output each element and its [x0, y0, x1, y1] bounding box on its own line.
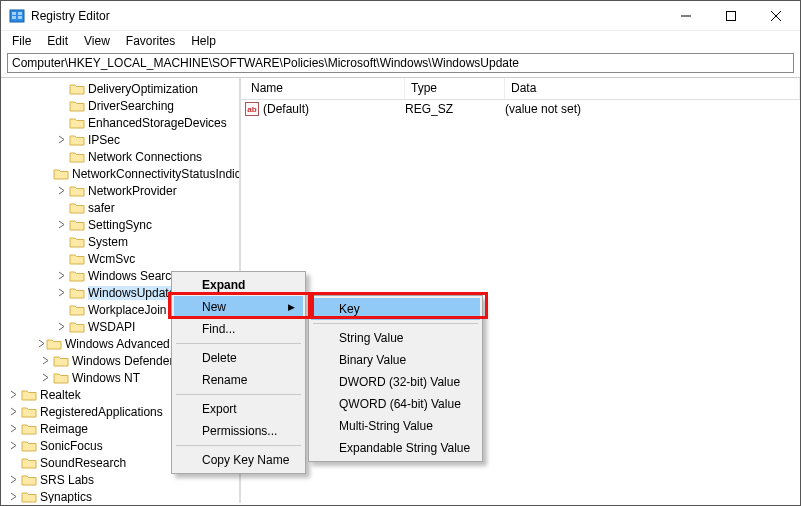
context-item[interactable]: Permissions...	[174, 420, 303, 442]
svg-rect-3	[18, 12, 22, 15]
tree-label: SRS Labs	[40, 473, 94, 487]
context-item[interactable]: Find...	[174, 318, 303, 340]
tree-node[interactable]: System	[1, 233, 239, 250]
tree-label: DeliveryOptimization	[88, 82, 198, 96]
address-text: Computer\HKEY_LOCAL_MACHINE\SOFTWARE\Pol…	[12, 56, 519, 70]
menubar: File Edit View Favorites Help	[1, 31, 800, 51]
folder-icon	[69, 235, 85, 249]
context-item[interactable]: New▶	[174, 296, 303, 318]
menu-edit[interactable]: Edit	[40, 33, 75, 49]
chevron-icon[interactable]	[53, 186, 69, 195]
menu-favorites[interactable]: Favorites	[119, 33, 182, 49]
chevron-icon[interactable]	[53, 220, 69, 229]
menu-separator	[176, 343, 301, 344]
context-item-label: Expandable String Value	[339, 441, 470, 455]
tree-label: WorkplaceJoin	[88, 303, 166, 317]
tree-label: Reimage	[40, 422, 88, 436]
menu-view[interactable]: View	[77, 33, 117, 49]
context-item[interactable]: DWORD (32-bit) Value	[311, 371, 480, 393]
context-item[interactable]: Export	[174, 398, 303, 420]
value-type: REG_SZ	[405, 102, 505, 116]
svg-rect-2	[12, 16, 16, 19]
tree-node[interactable]: WcmSvc	[1, 250, 239, 267]
tree-node[interactable]: DriverSearching	[1, 97, 239, 114]
string-value-icon: ab	[245, 102, 259, 116]
tree-label: IPSec	[88, 133, 120, 147]
menu-file[interactable]: File	[5, 33, 38, 49]
window-title: Registry Editor	[31, 9, 110, 23]
folder-icon	[69, 320, 85, 334]
context-menu: ExpandNew▶Find...DeleteRenameExportPermi…	[171, 271, 306, 474]
tree-node[interactable]: Synaptics	[1, 488, 239, 503]
chevron-icon[interactable]	[53, 271, 69, 280]
folder-icon	[69, 286, 85, 300]
folder-icon	[53, 167, 69, 181]
menu-help[interactable]: Help	[184, 33, 223, 49]
chevron-icon[interactable]	[53, 322, 69, 331]
chevron-icon[interactable]	[5, 390, 21, 399]
context-item[interactable]: Copy Key Name	[174, 449, 303, 471]
tree-label: WSDAPI	[88, 320, 135, 334]
tree-node[interactable]: safer	[1, 199, 239, 216]
tree-label: DriverSearching	[88, 99, 174, 113]
context-submenu: KeyString ValueBinary ValueDWORD (32-bit…	[308, 295, 483, 462]
folder-icon	[69, 150, 85, 164]
list-header: Name Type Data	[241, 78, 800, 100]
tree-node[interactable]: NetworkConnectivityStatusIndicator	[1, 165, 239, 182]
context-item[interactable]: QWORD (64-bit) Value	[311, 393, 480, 415]
chevron-icon[interactable]	[37, 373, 53, 382]
minimize-button[interactable]	[663, 2, 708, 30]
chevron-icon[interactable]	[37, 339, 46, 348]
chevron-icon[interactable]	[5, 441, 21, 450]
chevron-icon[interactable]	[5, 492, 21, 501]
tree-label: safer	[88, 201, 115, 215]
context-item[interactable]: Delete	[174, 347, 303, 369]
col-header-data[interactable]: Data	[505, 78, 800, 99]
maximize-button[interactable]	[708, 2, 753, 30]
context-item-label: Rename	[202, 373, 247, 387]
chevron-icon[interactable]	[53, 135, 69, 144]
chevron-icon[interactable]	[5, 475, 21, 484]
chevron-icon[interactable]	[53, 288, 69, 297]
folder-icon	[69, 269, 85, 283]
tree-node[interactable]: Network Connections	[1, 148, 239, 165]
menu-separator	[176, 394, 301, 395]
list-row[interactable]: ab(Default) REG_SZ (value not set)	[241, 100, 800, 118]
folder-icon	[21, 422, 37, 436]
tree-label: System	[88, 235, 128, 249]
folder-icon	[69, 116, 85, 130]
context-item[interactable]: Expand	[174, 274, 303, 296]
menu-separator	[176, 445, 301, 446]
chevron-icon[interactable]	[5, 424, 21, 433]
tree-label: Network Connections	[88, 150, 202, 164]
tree-label: SonicFocus	[40, 439, 103, 453]
context-item-label: Expand	[202, 278, 245, 292]
context-item[interactable]: Key	[311, 298, 480, 320]
svg-rect-6	[726, 11, 735, 20]
context-item[interactable]: Multi-String Value	[311, 415, 480, 437]
svg-rect-4	[18, 16, 22, 19]
address-bar[interactable]: Computer\HKEY_LOCAL_MACHINE\SOFTWARE\Pol…	[7, 53, 794, 73]
chevron-icon[interactable]	[5, 407, 21, 416]
col-header-name[interactable]: Name	[245, 78, 405, 99]
tree-label: WcmSvc	[88, 252, 135, 266]
tree-label: WindowsUpdate	[88, 286, 175, 300]
context-item[interactable]: Binary Value	[311, 349, 480, 371]
tree-node[interactable]: NetworkProvider	[1, 182, 239, 199]
folder-icon	[21, 490, 37, 504]
chevron-icon[interactable]	[37, 356, 53, 365]
context-item[interactable]: String Value	[311, 327, 480, 349]
tree-node[interactable]: EnhancedStorageDevices	[1, 114, 239, 131]
col-header-type[interactable]: Type	[405, 78, 505, 99]
context-item[interactable]: Rename	[174, 369, 303, 391]
tree-node[interactable]: DeliveryOptimization	[1, 80, 239, 97]
context-item[interactable]: Expandable String Value	[311, 437, 480, 459]
folder-icon	[69, 201, 85, 215]
tree-node[interactable]: SettingSync	[1, 216, 239, 233]
tree-node[interactable]: IPSec	[1, 131, 239, 148]
submenu-arrow-icon: ▶	[288, 302, 295, 312]
regedit-icon	[9, 8, 25, 24]
folder-icon	[21, 439, 37, 453]
close-button[interactable]	[753, 2, 798, 30]
context-item-label: Find...	[202, 322, 235, 336]
